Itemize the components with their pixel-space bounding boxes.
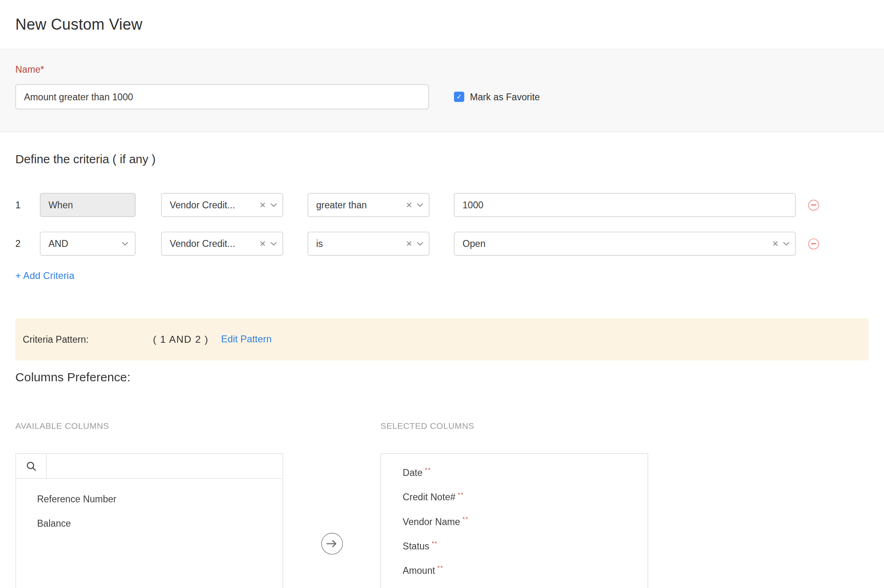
selected-column-label: Date [403, 467, 422, 478]
clear-operator-2-icon[interactable]: ✕ [406, 240, 412, 248]
clear-operator-1-icon[interactable]: ✕ [406, 201, 412, 209]
remove-criteria-2-icon[interactable] [808, 238, 819, 249]
field-select-1[interactable]: Vendor Credit... ✕ [161, 193, 283, 217]
name-section: Name* ✓ Mark as Favorite [0, 49, 884, 132]
clear-field-2-icon[interactable]: ✕ [259, 240, 266, 248]
new-custom-view-page: New Custom View Name* ✓ Mark as Favorite… [0, 0, 884, 588]
favorite-control: ✓ Mark as Favorite [454, 91, 540, 102]
required-marker: ** [425, 466, 431, 473]
scale-wrapper: New Custom View Name* ✓ Mark as Favorite… [0, 0, 884, 588]
favorite-label: Mark as Favorite [470, 91, 540, 102]
remove-criteria-1-icon[interactable] [808, 199, 819, 210]
criteria-row-number: 1 [15, 199, 40, 210]
required-marker: ** [458, 491, 464, 498]
selected-column-label: Status [403, 541, 429, 551]
criteria-row-1: 1 When Vendor Credit... ✕ greater than ✕ [15, 193, 869, 217]
arrow-right-icon [326, 540, 338, 548]
criteria-pattern-bar: Criteria Pattern: ( 1 AND 2 ) Edit Patte… [15, 318, 869, 361]
name-label: Name* [15, 64, 869, 75]
clear-value-2-icon[interactable]: ✕ [772, 240, 778, 248]
operator-select-2-value: is [316, 238, 405, 249]
when-connector: When [40, 193, 136, 217]
selected-columns-panel: SELECTED COLUMNS Date** Credit Note#** V… [381, 421, 648, 588]
selected-columns-box: Date** Credit Note#** Vendor Name** Stat… [381, 453, 648, 588]
operator-select-2[interactable]: is ✕ [308, 232, 429, 256]
pattern-label: Criteria Pattern: [23, 334, 89, 345]
columns-search-row [16, 454, 282, 479]
chevron-down-icon [271, 203, 277, 207]
chevron-down-icon [417, 203, 423, 207]
when-connector-label: When [48, 199, 73, 210]
criteria-value-1-input[interactable] [454, 193, 795, 217]
required-marker: ** [438, 564, 444, 571]
columns-preference: AVAILABLE COLUMNS Reference Number Balan… [0, 421, 884, 588]
search-icon[interactable] [16, 454, 47, 478]
selected-column-item[interactable]: Status** [381, 534, 648, 558]
columns-preference-heading: Columns Preference: [0, 371, 884, 385]
chevron-down-icon [122, 242, 128, 246]
clear-field-1-icon[interactable]: ✕ [259, 201, 266, 209]
field-select-2[interactable]: Vendor Credit... ✕ [161, 232, 283, 256]
selected-columns-title: SELECTED COLUMNS [381, 421, 648, 430]
selected-column-item[interactable]: Amount** [381, 558, 648, 583]
criteria-heading: Define the criteria ( if any ) [15, 153, 869, 166]
selected-column-label: Credit Note# [403, 492, 455, 502]
required-marker: ** [462, 515, 468, 522]
criteria-row-number: 2 [15, 238, 40, 249]
criteria-value-2-select[interactable]: Open ✕ [454, 232, 795, 256]
criteria-row-2: 2 AND Vendor Credit... ✕ is ✕ [15, 232, 869, 256]
check-icon: ✓ [456, 93, 462, 100]
available-columns-box: Reference Number Balance [15, 453, 283, 588]
criteria-section: Define the criteria ( if any ) 1 When Ve… [0, 132, 884, 282]
and-or-select[interactable]: AND [40, 232, 136, 256]
name-row: ✓ Mark as Favorite [15, 84, 869, 110]
chevron-down-icon [417, 242, 423, 246]
field-select-1-value: Vendor Credit... [170, 199, 259, 210]
field-select-2-value: Vendor Credit... [170, 238, 259, 249]
selected-column-item[interactable]: Date** [381, 460, 648, 485]
available-columns-list: Reference Number Balance [16, 479, 282, 536]
columns-search-input[interactable] [47, 454, 282, 478]
operator-select-1-value: greater than [316, 199, 405, 210]
page-title: New Custom View [15, 16, 143, 33]
move-right-button[interactable] [321, 533, 342, 554]
view-name-input[interactable] [15, 84, 429, 110]
available-column-item[interactable]: Balance [16, 511, 282, 536]
selected-column-label: Amount [403, 565, 435, 575]
criteria-value-2-value: Open [462, 238, 772, 249]
available-columns-title: AVAILABLE COLUMNS [15, 421, 283, 430]
chevron-down-icon [783, 242, 789, 246]
favorite-checkbox[interactable]: ✓ [454, 92, 464, 102]
add-criteria-link[interactable]: + Add Criteria [15, 270, 74, 282]
selected-column-label: Vendor Name [403, 517, 460, 527]
page-header: New Custom View [0, 0, 884, 49]
move-controls [283, 421, 381, 588]
pattern-value: ( 1 AND 2 ) [153, 333, 209, 345]
available-column-item[interactable]: Reference Number [16, 487, 282, 511]
edit-pattern-link[interactable]: Edit Pattern [221, 334, 272, 345]
operator-select-1[interactable]: greater than ✕ [308, 193, 429, 217]
required-marker: ** [431, 540, 438, 547]
chevron-down-icon [271, 242, 277, 246]
available-columns-panel: AVAILABLE COLUMNS Reference Number Balan… [15, 421, 283, 588]
and-or-select-value: AND [48, 238, 68, 249]
selected-columns-list: Date** Credit Note#** Vendor Name** Stat… [381, 454, 648, 583]
selected-column-item[interactable]: Credit Note#** [381, 485, 648, 510]
selected-column-item[interactable]: Vendor Name** [381, 510, 648, 534]
